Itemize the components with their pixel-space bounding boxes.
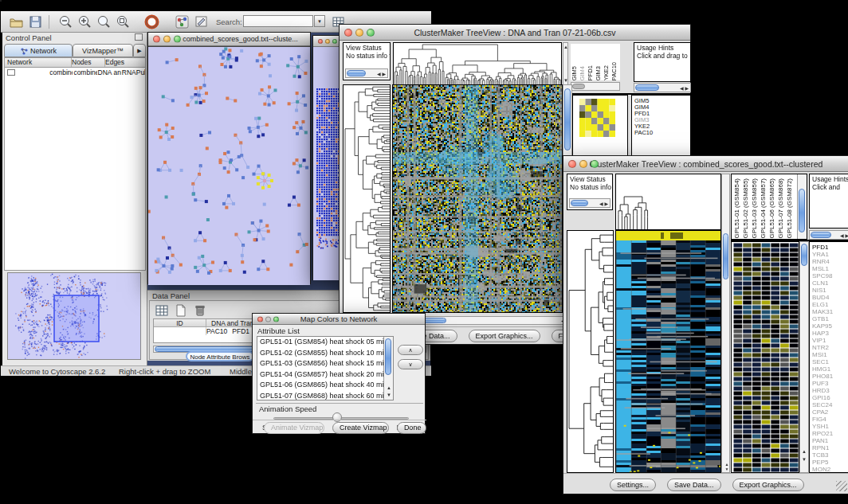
attribute-table-icon[interactable] [155,303,170,318]
gene-label[interactable]: CLN1 [812,279,848,287]
id-column-header[interactable]: ID [154,319,206,326]
new-document-icon[interactable] [174,303,189,318]
zoom-window-icon[interactable] [367,29,375,37]
column-label[interactable]: GPL51-06 (GSM865) [768,178,775,239]
column-label[interactable]: YKE2 [603,65,610,80]
gene-label[interactable]: SPC98 [812,272,848,279]
treeview-button[interactable]: Settings... [610,479,656,491]
gene-label[interactable]: RNR4 [812,258,848,265]
scroll-arrows[interactable]: ▲▼ [724,462,730,471]
gene-label[interactable]: PHO81 [812,373,848,380]
search-input[interactable] [243,15,313,27]
scroll-thumb[interactable] [564,88,571,150]
open-folder-icon[interactable] [9,14,24,29]
float-panel-icon[interactable] [135,33,143,41]
gene-label[interactable]: MAK31 [812,308,848,315]
usage-hints-hscrollbar[interactable]: ◀ ▶ [809,230,848,240]
listbox-vscrollbar[interactable]: ▲ ▼ [383,337,393,400]
gene-label[interactable]: FIG4 [812,416,848,423]
tab-more[interactable]: ▶ [133,44,146,57]
column-label[interactable]: GIM5 [571,66,578,80]
scroll-arrows[interactable]: ◀ ▶ [840,232,848,239]
row-dendrogram[interactable] [344,85,390,312]
gene-label[interactable]: GTB1 [812,315,848,322]
gene-label[interactable]: TCB3 [812,451,848,459]
column-label[interactable]: PAC10 [610,62,618,80]
minimize-icon[interactable] [265,316,271,322]
attribute-item[interactable]: GPL51-01 (GSM854) heat shock 05 min [257,337,393,348]
scroll-thumb[interactable] [811,232,831,238]
zoom-window-icon[interactable] [332,39,337,44]
close-icon[interactable] [568,160,576,168]
column-label[interactable]: GPL51-03 (GSM856) [751,178,758,239]
gene-label[interactable]: KAP95 [812,322,848,330]
scroll-arrows[interactable]: ◀ ▶ [680,85,689,92]
scroll-arrows[interactable]: ▲ [802,448,807,455]
scroll-arrows[interactable]: ▼ [387,392,391,398]
resize-grip[interactable] [836,481,847,491]
dialog-button[interactable]: Done [397,422,426,434]
scroll-arrows[interactable]: ▼ [802,456,807,463]
row-label[interactable]: PAC10 [634,130,690,136]
tab-vizmapper[interactable]: VizMapper™ [73,44,133,57]
minimize-icon[interactable] [325,39,330,44]
zoom-fit-icon[interactable] [116,14,131,29]
dendrogram-strip-scrollbar[interactable]: ▲▼ [563,42,568,85]
annotation-icon[interactable] [194,14,209,29]
column-label[interactable]: GPL51-07 (GSM868) [777,178,784,239]
gene-label[interactable]: MSI1 [812,351,848,358]
scroll-arrows[interactable]: ◀ ▶ [377,71,386,77]
dialog-button[interactable]: Create Vizmap [332,422,389,434]
gene-label[interactable]: MON2 [812,466,848,473]
gene-label[interactable]: CPA2 [812,408,848,416]
column-label[interactable]: GPL51-02 (GSM855) [742,178,749,239]
search-dropdown-icon[interactable]: ▼ [314,15,325,27]
close-icon[interactable] [153,36,160,43]
gene-label[interactable]: MSL1 [812,265,848,272]
scroll-thumb[interactable] [799,189,805,232]
network-canvas[interactable] [148,46,310,285]
row-dendrogram[interactable] [567,231,613,472]
gene-label[interactable]: HMG1 [812,365,848,373]
global-heatmap[interactable] [393,85,562,312]
zoom-selected-icon[interactable] [96,14,112,29]
gene-label[interactable]: ELG1 [812,301,848,308]
heatmap-vscrollbar[interactable]: ▲▼ [721,174,730,473]
column-label[interactable]: GPL51-04 (GSM857) [760,178,767,239]
move-down-button[interactable]: ∨ [398,359,423,369]
title-bar[interactable]: Map Colors to Network [253,314,425,325]
attribute-item[interactable]: GPL51-04 (GSM857) heat shock 20 min [257,369,393,381]
gene-label[interactable]: PUF3 [812,380,848,387]
column-label[interactable]: PFD1 [587,65,594,80]
column-dendrogram[interactable] [394,43,561,84]
attribute-item[interactable]: GPL51-02 (GSM855) heat shock 10 min [257,348,393,359]
gene-label[interactable]: SEC24 [812,401,848,408]
gene-label[interactable]: NTR2 [812,344,848,351]
title-bar[interactable]: combined_scores_good.txt--cluste... [148,33,310,46]
detail-heatmap[interactable] [579,99,615,137]
gene-label[interactable]: HAP3 [812,330,848,337]
gene-label[interactable]: PAN1 [812,437,848,444]
view-status-hscrollbar[interactable]: ◀ ▶ [569,198,610,208]
network-table-header[interactable]: Network Nodes Edges [5,58,145,68]
zoom-out-icon[interactable] [58,14,73,29]
column-dendrogram[interactable] [616,174,720,229]
column-label[interactable]: GIM4 [579,66,586,80]
treeview-button[interactable]: Save Data... [667,479,721,491]
scroll-thumb[interactable] [635,84,659,91]
delete-icon[interactable] [193,303,208,318]
attribute-item[interactable]: GPL51-06 (GSM865) heat shock 40 min [257,380,393,391]
gene-label[interactable]: YRA1 [812,251,848,258]
save-icon[interactable] [28,14,43,29]
scroll-thumb[interactable] [572,84,585,89]
zoom-in-icon[interactable] [77,14,92,29]
help-ring-icon[interactable] [144,14,159,29]
attribute-item[interactable]: GPL51-03 (GSM856) heat shock 15 min [257,358,393,369]
treeview-button[interactable]: Export Graphics... [469,330,540,342]
view-status-hscrollbar[interactable]: ◀ ▶ [345,68,388,78]
scroll-thumb[interactable] [347,70,366,76]
zoom-window-icon[interactable] [174,36,181,43]
birdseye-view[interactable] [8,273,140,359]
close-icon[interactable] [257,316,263,322]
gene-label[interactable]: PEP5 [812,459,848,466]
